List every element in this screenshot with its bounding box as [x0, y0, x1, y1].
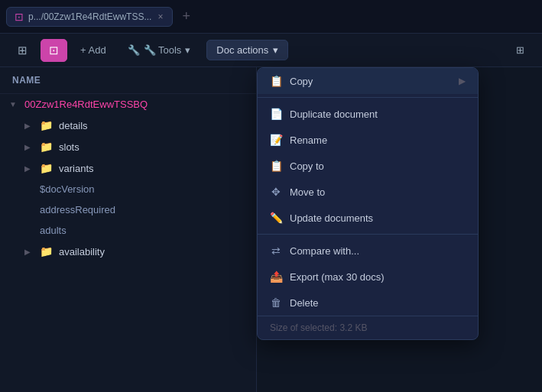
item-label: slots	[59, 141, 80, 153]
item-label: addressRequired	[40, 204, 115, 215]
duplicate-label: Duplicate document	[290, 109, 378, 120]
dropdown-divider	[258, 234, 478, 235]
list-item[interactable]: ▶ 📁 availability	[0, 241, 256, 262]
tools-label: 🔧 Tools	[144, 44, 182, 56]
dropdown-item-rename[interactable]: 📝 Rename	[258, 127, 478, 153]
table-view-button[interactable]: ⊞	[508, 40, 533, 60]
main-area: Name ▼ 00Zzw1Re4RdtEwwTSSBQ ▶ 📁 details …	[0, 67, 542, 392]
tab-label: p.../00Zzw1Re4RdtEwwTSS...	[28, 11, 151, 22]
chevron-down-icon: ▼	[9, 100, 21, 109]
compare-icon: ⇄	[270, 245, 282, 257]
tools-chevron-icon: ▾	[185, 44, 190, 56]
dropdown-item-export[interactable]: 📤 Export (max 30 docs)	[258, 264, 478, 290]
table-icon: ⊞	[516, 44, 524, 56]
doc-actions-button[interactable]: Doc actions ▾	[206, 40, 288, 60]
list-item[interactable]: ▶ 📁 variants	[0, 157, 256, 179]
update-label: Update documents	[290, 212, 373, 224]
tab-doc-icon: ⊡	[15, 11, 24, 23]
update-icon: ✏️	[270, 212, 282, 224]
dropdown-item-delete[interactable]: 🗑 Delete	[258, 290, 478, 316]
submenu-chevron-icon: ▶	[459, 76, 466, 86]
move-to-label: Move to	[290, 186, 325, 198]
rename-icon: 📝	[270, 134, 282, 146]
dropdown-item-copy-to[interactable]: 📋 Copy to	[258, 153, 478, 179]
tools-button[interactable]: 🔧 🔧 Tools ▾	[119, 40, 200, 60]
delete-label: Delete	[290, 297, 319, 309]
tree-root-item[interactable]: ▼ 00Zzw1Re4RdtEwwTSSBQ	[0, 94, 256, 115]
dropdown-item-compare[interactable]: ⇄ Compare with...	[258, 238, 478, 264]
dropdown-divider	[258, 97, 478, 98]
doc-actions-label: Doc actions	[216, 44, 268, 56]
folder-icon: 📁	[40, 245, 53, 258]
copy-to-icon: 📋	[270, 160, 282, 172]
new-tab-button[interactable]: +	[176, 5, 196, 28]
export-label: Export (max 30 docs)	[290, 271, 385, 283]
dropdown-item-move-to[interactable]: ✥ Move to	[258, 179, 478, 205]
tree-header: Name	[0, 67, 256, 94]
compare-label: Compare with...	[290, 245, 359, 257]
doc-actions-dropdown: 📋 Copy ▶ 📄 Duplicate document 📝 Rename 📋	[257, 67, 479, 340]
chevron-right-icon: ▶	[24, 143, 37, 151]
copy-icon: 📋	[270, 75, 282, 87]
list-item[interactable]: addressRequired	[0, 199, 256, 220]
list-item[interactable]: $docVersion	[0, 179, 256, 199]
grid-view-button[interactable]: ⊞	[9, 39, 36, 62]
move-icon: ✥	[270, 186, 282, 198]
list-item[interactable]: ▶ 📁 slots	[0, 136, 256, 157]
folder-icon: 📁	[40, 141, 53, 153]
active-tab[interactable]: ⊡ p.../00Zzw1Re4RdtEwwTSS... ×	[6, 7, 173, 27]
item-label: availability	[59, 246, 105, 258]
delete-icon: 🗑	[270, 296, 282, 309]
item-label: $docVersion	[40, 183, 95, 195]
tools-icon: 🔧	[128, 44, 140, 56]
folder-icon: 📁	[40, 119, 53, 131]
tab-bar: ⊡ p.../00Zzw1Re4RdtEwwTSS... × +	[0, 0, 542, 34]
grid-icon: ⊞	[18, 44, 28, 57]
list-item[interactable]: ▶ 📁 details	[0, 115, 256, 136]
tab-close-button[interactable]: ×	[156, 11, 164, 22]
dropdown-item-duplicate[interactable]: 📄 Duplicate document	[258, 101, 478, 127]
add-label: + Add	[80, 44, 106, 56]
schema-view-button[interactable]: ⊡	[41, 39, 67, 62]
dropdown-footer: Size of selected: 3.2 KB	[258, 316, 478, 339]
folder-icon: 📁	[40, 162, 53, 174]
doc-actions-chevron-icon: ▾	[273, 44, 278, 56]
add-button[interactable]: + Add	[72, 40, 115, 60]
item-label: adults	[40, 225, 67, 236]
list-item[interactable]: adults	[0, 220, 256, 241]
duplicate-icon: 📄	[270, 108, 282, 120]
copy-label: Copy	[290, 76, 313, 87]
chevron-right-icon: ▶	[24, 164, 37, 173]
dropdown-item-copy[interactable]: 📋 Copy ▶	[258, 68, 478, 94]
item-label: details	[59, 120, 88, 131]
export-icon: 📤	[270, 271, 282, 283]
chevron-right-icon: ▶	[24, 248, 37, 256]
copy-to-label: Copy to	[290, 160, 324, 172]
rename-label: Rename	[290, 134, 327, 146]
chevron-right-icon: ▶	[24, 121, 37, 130]
item-label: variants	[59, 163, 94, 174]
schema-icon: ⊡	[49, 44, 59, 57]
root-item-label: 00Zzw1Re4RdtEwwTSSBQ	[24, 99, 148, 110]
tree-panel: Name ▼ 00Zzw1Re4RdtEwwTSSBQ ▶ 📁 details …	[0, 67, 257, 392]
size-label: Size of selected: 3.2 KB	[270, 322, 367, 333]
dropdown-item-update[interactable]: ✏️ Update documents	[258, 205, 478, 231]
toolbar: ⊞ ⊡ + Add 🔧 🔧 Tools ▾ Doc actions ▾ ⊞	[0, 34, 542, 67]
